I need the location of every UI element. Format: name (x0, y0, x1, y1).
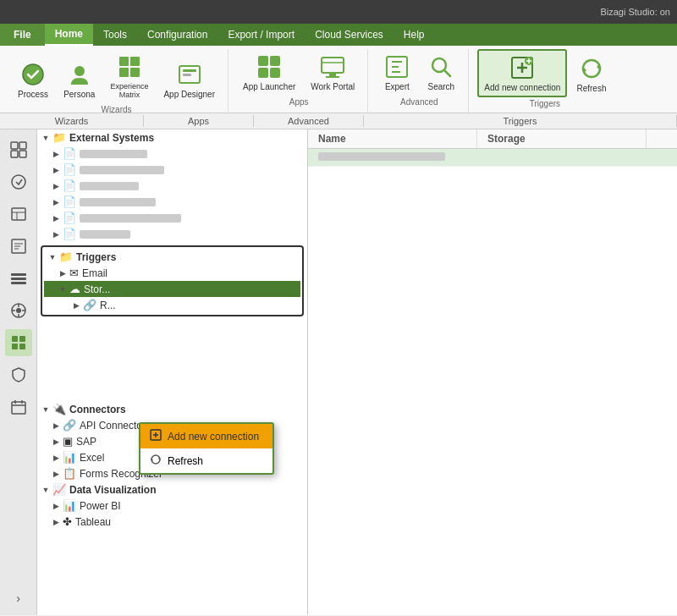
toggle-3[interactable]: ▶ (51, 181, 61, 191)
tree-connectors[interactable]: ▼ 🔌 Connectors (37, 401, 307, 417)
email-icon: ✉ (69, 267, 79, 279)
toggle-email[interactable]: ▶ (58, 268, 68, 278)
tree-storage[interactable]: ▼ ☁ Stor... (44, 281, 300, 297)
toggle-storage-child[interactable]: ▶ (71, 300, 81, 311)
svg-rect-15 (329, 73, 336, 76)
tree-tableau[interactable]: ▶ ✤ Tableau (37, 514, 307, 530)
content-row-1[interactable] (308, 149, 677, 167)
ribbon-btn-refresh[interactable]: Refresh (570, 51, 612, 97)
title-status: on (660, 7, 670, 17)
toggle-api[interactable]: ▶ (51, 421, 61, 431)
ribbon-btn-persona[interactable]: Persona (58, 57, 101, 103)
svg-rect-52 (12, 336, 18, 342)
menu-cloud-services[interactable]: Cloud Services (305, 24, 394, 46)
toggle-1[interactable]: ▶ (51, 149, 61, 159)
tree-power-bi[interactable]: ▶ 📊 Power BI (37, 498, 307, 514)
menu-export-import[interactable]: Export / Import (217, 24, 305, 46)
excel-label: Excel (80, 452, 104, 464)
context-menu: Add new connection Refresh (139, 422, 274, 475)
tree-item-blur-2[interactable]: ▶ 📄 (37, 162, 307, 178)
sidebar-icon-flow[interactable] (5, 136, 32, 163)
toggle-sap[interactable]: ▶ (51, 437, 61, 447)
tree-external-systems[interactable]: ▼ 📁 External Systems (37, 129, 307, 146)
ribbon-btn-app-launcher[interactable]: App Launcher (237, 49, 301, 96)
menu-bar: File Home Tools Configuration Export / I… (0, 24, 677, 46)
menu-home[interactable]: Home (45, 24, 93, 46)
item-icon-5: 📄 (63, 212, 76, 224)
sidebar-icon-connectors[interactable] (5, 329, 32, 356)
toggle-data-viz[interactable]: ▼ (41, 485, 51, 495)
sidebar-icon-calendar[interactable] (5, 393, 32, 421)
ribbon-btn-work-portal[interactable]: Work Portal (305, 49, 361, 96)
svg-rect-44 (11, 278, 26, 280)
sidebar-icon-security[interactable] (5, 361, 32, 388)
triggers-label: Triggers (530, 99, 560, 108)
item-icon-4: 📄 (63, 195, 76, 208)
connectors-label: Connectors (69, 404, 126, 415)
svg-point-35 (12, 175, 25, 189)
toggle-forms[interactable]: ▶ (51, 469, 61, 479)
ribbon-btn-expert[interactable]: Expert (377, 49, 417, 96)
menu-tools[interactable]: Tools (93, 24, 137, 46)
tree-item-blur-6[interactable]: ▶ 📄 (37, 226, 307, 242)
sidebar-expand-button[interactable]: › (5, 588, 32, 608)
toggle-6[interactable]: ▶ (51, 229, 61, 239)
menu-file[interactable]: File (0, 24, 45, 46)
context-refresh[interactable]: Refresh (140, 448, 272, 473)
svg-point-1 (74, 66, 85, 76)
ribbon-btn-search[interactable]: Search (421, 49, 461, 96)
toggle-tableau[interactable]: ▶ (51, 517, 61, 527)
tree-item-blur-5[interactable]: ▶ 📄 (37, 210, 307, 226)
menu-help[interactable]: Help (394, 24, 435, 46)
sidebar-icon-process[interactable] (5, 168, 32, 195)
svg-rect-55 (19, 344, 25, 349)
tree-data-viz[interactable]: ▼ 📈 Data Visualization (37, 481, 307, 498)
tableau-label: Tableau (75, 516, 111, 528)
tree-toggle-external[interactable]: ▼ (41, 133, 51, 143)
left-sidebar: › (0, 129, 37, 615)
context-add-new-connection[interactable]: Add new connection (140, 424, 272, 448)
section-advanced: Advanced (254, 115, 364, 127)
experience-matrix-label: ExperienceMatrix (110, 82, 148, 99)
ribbon-btn-process[interactable]: Process (12, 57, 54, 103)
tree-email[interactable]: ▶ ✉ Email (44, 265, 300, 281)
menu-configuration[interactable]: Configuration (137, 24, 217, 46)
toggle-storage[interactable]: ▼ (58, 284, 68, 294)
toggle-power-bi[interactable]: ▶ (51, 501, 61, 511)
sidebar-icon-data[interactable] (5, 201, 32, 228)
svg-point-47 (16, 308, 21, 313)
context-refresh-icon (149, 453, 162, 469)
process-icon (19, 61, 47, 88)
item-icon-6: 📄 (63, 228, 76, 240)
tree-triggers[interactable]: ▼ 📁 Triggers (44, 249, 300, 265)
toggle-5[interactable]: ▶ (51, 213, 61, 223)
excel-icon: 📊 (63, 451, 76, 464)
toggle-excel[interactable]: ▶ (51, 453, 61, 463)
sap-label: SAP (76, 436, 96, 448)
app-launcher-label: App Launcher (243, 82, 295, 91)
process-label: Process (18, 90, 48, 99)
sidebar-icon-rules[interactable] (5, 265, 32, 292)
ribbon-btn-app-designer[interactable]: App Designer (157, 57, 221, 103)
sap-icon: ▣ (63, 435, 73, 448)
svg-rect-7 (183, 69, 196, 72)
data-viz-icon: 📈 (52, 483, 66, 496)
ribbon-btn-add-new-connection[interactable]: Add new connection (477, 49, 567, 97)
ribbon-group-wizards: Process Persona (5, 49, 228, 114)
context-add-icon (149, 428, 162, 444)
toggle-connectors[interactable]: ▼ (41, 404, 51, 415)
tree-storage-child[interactable]: ▶ 🔗 R... (44, 297, 300, 313)
tree-item-blur-1[interactable]: ▶ 📄 (37, 146, 307, 162)
svg-rect-11 (258, 68, 268, 78)
section-bar: Wizards Apps Advanced Triggers (0, 113, 677, 129)
tree-item-blur-4[interactable]: ▶ 📄 (37, 194, 307, 210)
sidebar-icon-form[interactable] (5, 233, 32, 260)
toggle-2[interactable]: ▶ (51, 165, 61, 175)
tree-toggle-triggers[interactable]: ▼ (47, 252, 58, 262)
context-add-label: Add new connection (168, 431, 259, 443)
data-viz-label: Data Visualization (69, 484, 156, 496)
toggle-4[interactable]: ▶ (51, 197, 61, 207)
tree-item-blur-3[interactable]: ▶ 📄 (37, 178, 307, 194)
sidebar-icon-integration[interactable] (5, 297, 32, 324)
ribbon-btn-experience-matrix[interactable]: ExperienceMatrix (104, 49, 154, 103)
